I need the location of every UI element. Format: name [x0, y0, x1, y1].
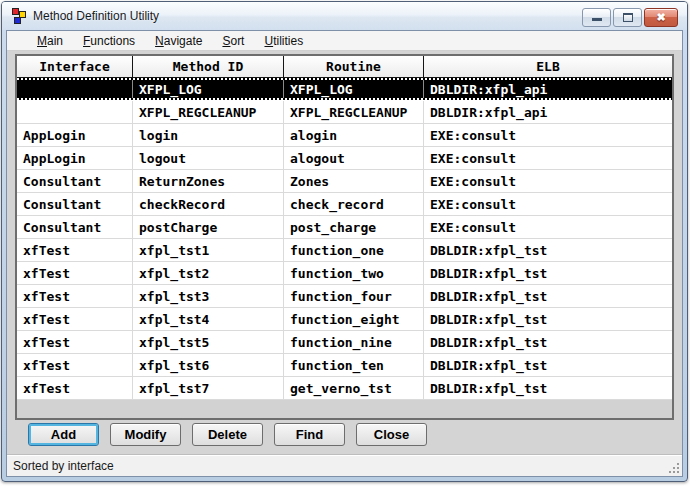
- cell-method-id: logout: [133, 147, 284, 169]
- cell-method-id: login: [133, 124, 284, 146]
- cell-elb: EXE:consult: [424, 216, 672, 238]
- cell-interface: [17, 101, 133, 123]
- menu-utilities[interactable]: Utilities: [254, 32, 313, 50]
- cell-method-id: xfpl_tst3: [133, 285, 284, 307]
- window-title: Method Definition Utility: [33, 9, 159, 23]
- cell-method-id: postCharge: [133, 216, 284, 238]
- close-icon: ✖: [656, 12, 665, 23]
- column-header-interface: Interface: [17, 56, 133, 77]
- cell-routine: function_nine: [284, 331, 424, 353]
- cell-interface: xfTest: [17, 308, 133, 330]
- cell-method-id: XFPL_LOG: [133, 78, 284, 100]
- table-row[interactable]: xfTest xfpl_tst5 function_nine DBLDIR:xf…: [17, 331, 672, 354]
- cell-elb: EXE:consult: [424, 170, 672, 192]
- app-icon: [11, 8, 27, 24]
- cell-routine: get_verno_tst: [284, 377, 424, 399]
- cell-method-id: xfpl_tst5: [133, 331, 284, 353]
- cell-elb: DBLDIR:xfpl_tst: [424, 354, 672, 376]
- close-button[interactable]: ✖: [644, 8, 678, 27]
- table-row[interactable]: xfTest xfpl_tst1 function_one DBLDIR:xfp…: [17, 239, 672, 262]
- cell-routine: XFPL_REGCLEANUP: [284, 101, 424, 123]
- cell-elb: DBLDIR:xfpl_api: [424, 78, 672, 100]
- table-row[interactable]: Consultant checkRecord check_record EXE:…: [17, 193, 672, 216]
- menubar: Main Functions Navigate Sort Utilities: [7, 31, 682, 51]
- table-row[interactable]: xfTest xfpl_tst4 function_eight DBLDIR:x…: [17, 308, 672, 331]
- cell-method-id: xfpl_tst2: [133, 262, 284, 284]
- cell-method-id: xfpl_tst6: [133, 354, 284, 376]
- table-row[interactable]: Consultant postCharge post_charge EXE:co…: [17, 216, 672, 239]
- cell-interface: AppLogin: [17, 147, 133, 169]
- delete-button[interactable]: Delete: [192, 423, 263, 446]
- cell-method-id: checkRecord: [133, 193, 284, 215]
- minimize-button[interactable]: [582, 8, 611, 27]
- cell-interface: Consultant: [17, 170, 133, 192]
- cell-elb: EXE:consult: [424, 124, 672, 146]
- cell-interface: Consultant: [17, 193, 133, 215]
- cell-routine: alogout: [284, 147, 424, 169]
- restore-button[interactable]: [613, 8, 642, 27]
- cell-method-id: xfpl_tst7: [133, 377, 284, 399]
- cell-interface: xfTest: [17, 354, 133, 376]
- close-action-button[interactable]: Close: [356, 423, 427, 446]
- app-icon-red-square: [12, 8, 19, 15]
- resize-grip[interactable]: [667, 461, 679, 473]
- cell-interface: xfTest: [17, 377, 133, 399]
- menu-functions[interactable]: Functions: [73, 32, 145, 50]
- window-controls: ✖: [582, 8, 678, 27]
- menu-navigate[interactable]: Navigate: [145, 32, 212, 50]
- table-row[interactable]: XFPL_LOG XFPL_LOG DBLDIR:xfpl_api: [17, 78, 672, 101]
- cell-routine: alogin: [284, 124, 424, 146]
- cell-routine: XFPL_LOG: [284, 78, 424, 100]
- table-row[interactable]: xfTest xfpl_tst2 function_two DBLDIR:xfp…: [17, 262, 672, 285]
- app-window: Method Definition Utility ✖ Main Functio…: [1, 1, 688, 482]
- cell-routine: function_one: [284, 239, 424, 261]
- menu-main[interactable]: Main: [27, 32, 73, 50]
- table-header: Interface Method ID Routine ELB: [17, 56, 672, 78]
- table-row[interactable]: xfTest xfpl_tst3 function_four DBLDIR:xf…: [17, 285, 672, 308]
- cell-elb: DBLDIR:xfpl_tst: [424, 331, 672, 353]
- modify-button[interactable]: Modify: [110, 423, 181, 446]
- cell-routine: function_eight: [284, 308, 424, 330]
- table-body: XFPL_LOG XFPL_LOG DBLDIR:xfpl_api XFPL_R…: [17, 78, 672, 400]
- cell-routine: function_ten: [284, 354, 424, 376]
- cell-method-id: xfpl_tst1: [133, 239, 284, 261]
- cell-elb: DBLDIR:xfpl_tst: [424, 239, 672, 261]
- table-row[interactable]: xfTest xfpl_tst7 get_verno_tst DBLDIR:xf…: [17, 377, 672, 400]
- minimize-icon: [592, 18, 602, 21]
- restore-icon: [623, 13, 633, 22]
- table-row[interactable]: XFPL_REGCLEANUP XFPL_REGCLEANUP DBLDIR:x…: [17, 101, 672, 124]
- add-button[interactable]: Add: [28, 423, 99, 446]
- column-header-elb: ELB: [424, 56, 672, 77]
- find-button[interactable]: Find: [274, 423, 345, 446]
- cell-elb: DBLDIR:xfpl_tst: [424, 308, 672, 330]
- cell-routine: function_two: [284, 262, 424, 284]
- app-icon-blue-square: [14, 17, 21, 24]
- column-header-method-id: Method ID: [133, 56, 284, 77]
- menu-sort[interactable]: Sort: [212, 32, 254, 50]
- cell-method-id: ReturnZones: [133, 170, 284, 192]
- desktop: Method Definition Utility ✖ Main Functio…: [0, 0, 690, 490]
- cell-routine: function_four: [284, 285, 424, 307]
- cell-interface: xfTest: [17, 262, 133, 284]
- cell-method-id: xfpl_tst4: [133, 308, 284, 330]
- table-row[interactable]: AppLogin login alogin EXE:consult: [17, 124, 672, 147]
- cell-elb: DBLDIR:xfpl_api: [424, 101, 672, 123]
- column-header-routine: Routine: [284, 56, 424, 77]
- table-row[interactable]: xfTest xfpl_tst6 function_ten DBLDIR:xfp…: [17, 354, 672, 377]
- cell-elb: DBLDIR:xfpl_tst: [424, 377, 672, 399]
- table-row[interactable]: AppLogin logout alogout EXE:consult: [17, 147, 672, 170]
- table-row[interactable]: Consultant ReturnZones Zones EXE:consult: [17, 170, 672, 193]
- titlebar[interactable]: Method Definition Utility ✖: [2, 2, 687, 30]
- statusbar: Sorted by interface: [7, 454, 682, 476]
- button-row: Add Modify Delete Find Close: [7, 423, 682, 446]
- cell-routine: post_charge: [284, 216, 424, 238]
- cell-elb: DBLDIR:xfpl_tst: [424, 285, 672, 307]
- cell-method-id: XFPL_REGCLEANUP: [133, 101, 284, 123]
- cell-elb: EXE:consult: [424, 193, 672, 215]
- method-table: Interface Method ID Routine ELB XFPL_LOG…: [15, 54, 674, 420]
- status-text: Sorted by interface: [13, 459, 114, 473]
- cell-elb: EXE:consult: [424, 147, 672, 169]
- cell-elb: DBLDIR:xfpl_tst: [424, 262, 672, 284]
- cell-routine: check_record: [284, 193, 424, 215]
- client-area: Main Functions Navigate Sort Utilities I…: [6, 30, 683, 477]
